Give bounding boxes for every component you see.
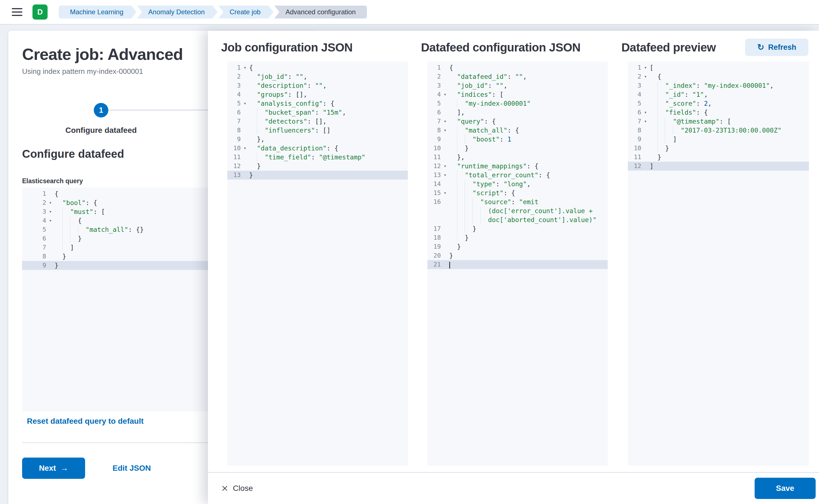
code-line[interactable]: 17 }: [427, 224, 608, 233]
code-line[interactable]: 1{: [427, 63, 608, 72]
code-line[interactable]: 8▾ "match_all": {: [427, 126, 608, 135]
fold-arrow-icon[interactable]: ▾: [641, 63, 650, 72]
job-config-json-editor[interactable]: 1▾{2 "job_id": "",3 "description": "",4 …: [227, 62, 408, 466]
code-line[interactable]: 16 "source": "emit: [427, 197, 608, 206]
code-line[interactable]: (doc['error_count'].value +: [427, 206, 608, 215]
space-avatar[interactable]: D: [32, 4, 48, 20]
code-line[interactable]: 11 "time_field": "@timestamp": [227, 153, 408, 162]
fold-gutter: [641, 126, 650, 135]
fold-arrow-icon[interactable]: ▾: [241, 144, 249, 153]
line-number: 18: [427, 233, 441, 242]
code-line[interactable]: 7 "detectors": [],: [227, 117, 408, 126]
fold-arrow-icon[interactable]: ▾: [441, 126, 449, 135]
code-line[interactable]: 5 "my-index-000001": [427, 99, 608, 108]
code-line[interactable]: 4 "_id": "1",: [628, 90, 809, 99]
fold-arrow-icon[interactable]: ▾: [441, 162, 449, 171]
code-line[interactable]: 21: [427, 260, 608, 269]
code-line[interactable]: 12▾ "runtime_mappings": {: [427, 162, 608, 171]
code-line[interactable]: 2 "datafeed_id": "",: [427, 72, 608, 81]
fold-arrow-icon[interactable]: ▾: [641, 117, 650, 126]
fold-arrow-icon[interactable]: ▾: [441, 90, 449, 99]
code-line[interactable]: 1▾{: [227, 63, 408, 72]
code-line[interactable]: 6 ],: [427, 108, 608, 117]
code-line[interactable]: doc['aborted_count'].value)": [427, 215, 608, 224]
fold-arrow-icon[interactable]: ▾: [241, 63, 249, 72]
fold-gutter: [241, 81, 249, 90]
fold-arrow-icon[interactable]: ▾: [441, 171, 449, 180]
edit-json-link[interactable]: Edit JSON: [112, 464, 151, 473]
code-line[interactable]: 9 ]: [628, 135, 809, 144]
code-line[interactable]: 12]: [628, 162, 809, 171]
datafeed-preview-editor[interactable]: 1▾[2▾ {3 "_index": "my-index-000001",4 "…: [628, 62, 809, 466]
top-navigation-bar: D Machine Learning Anomaly Detection Cre…: [0, 0, 819, 25]
reset-datafeed-query-link[interactable]: Reset datafeed query to default: [27, 417, 143, 426]
next-button[interactable]: Next →: [22, 458, 85, 479]
fold-arrow-icon[interactable]: ▾: [46, 207, 55, 216]
code-line[interactable]: 8 "2017-03-23T13:00:00.000Z": [628, 126, 809, 135]
code-line[interactable]: 20}: [427, 251, 608, 260]
step-1-label: Configure datafeed: [45, 126, 157, 135]
code-line[interactable]: 5▾ "analysis_config": {: [227, 99, 408, 108]
code-line[interactable]: 3 "job_id": "",: [427, 81, 608, 90]
line-number: 12: [628, 162, 641, 171]
code-line[interactable]: 9 "boost": 1: [427, 135, 608, 144]
fold-arrow-icon[interactable]: ▾: [46, 198, 55, 207]
code-line[interactable]: 10▾ "data_description": {: [227, 144, 408, 153]
code-line[interactable]: 18 }: [427, 233, 608, 242]
code-line[interactable]: 2▾ {: [628, 72, 809, 81]
line-number: 12: [227, 162, 241, 171]
code-line[interactable]: 5 "_score": 2,: [628, 99, 809, 108]
code-line[interactable]: 13}: [227, 171, 408, 180]
line-number: 12: [427, 162, 441, 171]
code-line[interactable]: 11 }: [628, 153, 809, 162]
code-line[interactable]: 3 "_index": "my-index-000001",: [628, 81, 809, 90]
line-number: 9: [227, 135, 241, 144]
code-line[interactable]: 8 "influencers": []: [227, 126, 408, 135]
code-line[interactable]: 6 "bucket_span": "15m",: [227, 108, 408, 117]
code-line[interactable]: 3 "description": "",: [227, 81, 408, 90]
fold-arrow-icon[interactable]: ▾: [241, 99, 249, 108]
datafeed-config-json-editor[interactable]: 1{2 "datafeed_id": "",3 "job_id": "",4▾ …: [427, 62, 608, 466]
menu-icon[interactable]: [12, 8, 22, 16]
code-line[interactable]: 14 "type": "long",: [427, 180, 608, 189]
line-number: 13: [427, 171, 441, 180]
fold-gutter: [441, 108, 449, 117]
code-line[interactable]: 2 "job_id": "",: [227, 72, 408, 81]
line-number: 13: [227, 171, 241, 180]
step-1-indicator[interactable]: 1: [94, 103, 108, 117]
line-number: 10: [227, 144, 241, 153]
fold-gutter: [441, 135, 449, 144]
line-number: [427, 206, 441, 215]
breadcrumb-create-job[interactable]: Create job: [218, 6, 274, 18]
code-line[interactable]: 7▾ "query": {: [427, 117, 608, 126]
code-line[interactable]: 13▾ "total_error_count": {: [427, 171, 608, 180]
code-line[interactable]: 10 }: [427, 144, 608, 153]
line-number: 2: [22, 198, 46, 207]
breadcrumb-anomaly-detection[interactable]: Anomaly Detection: [137, 6, 218, 18]
code-line[interactable]: 11 },: [427, 153, 608, 162]
elasticsearch-query-label: Elasticsearch query: [22, 177, 83, 185]
code-line[interactable]: 7▾ "@timestamp": [: [628, 117, 809, 126]
code-line[interactable]: 19 }: [427, 242, 608, 251]
code-line[interactable]: 4▾ "indices": [: [427, 90, 608, 99]
code-line[interactable]: 1▾[: [628, 63, 809, 72]
fold-arrow-icon[interactable]: ▾: [441, 117, 449, 126]
code-line[interactable]: 15▾ "script": {: [427, 189, 608, 197]
code-line[interactable]: 12 }: [227, 162, 408, 171]
code-line[interactable]: 6▾ "fields": {: [628, 108, 809, 117]
code-line[interactable]: 9 },: [227, 135, 408, 144]
fold-arrow-icon[interactable]: ▾: [441, 189, 449, 197]
fold-gutter: [641, 144, 650, 153]
code-line[interactable]: 10 }: [628, 144, 809, 153]
fold-gutter: [641, 135, 650, 144]
save-button[interactable]: Save: [755, 478, 816, 499]
fold-arrow-icon[interactable]: ▾: [641, 72, 650, 81]
fold-arrow-icon[interactable]: ▾: [46, 216, 55, 225]
code-line[interactable]: 4 "groups": [],: [227, 90, 408, 99]
line-number: 6: [227, 108, 241, 117]
close-button[interactable]: Close: [221, 484, 253, 493]
breadcrumb-machine-learning[interactable]: Machine Learning: [59, 6, 136, 18]
fold-gutter: [241, 171, 249, 180]
refresh-button[interactable]: ↻ Refresh: [745, 39, 808, 56]
fold-arrow-icon[interactable]: ▾: [641, 108, 650, 117]
